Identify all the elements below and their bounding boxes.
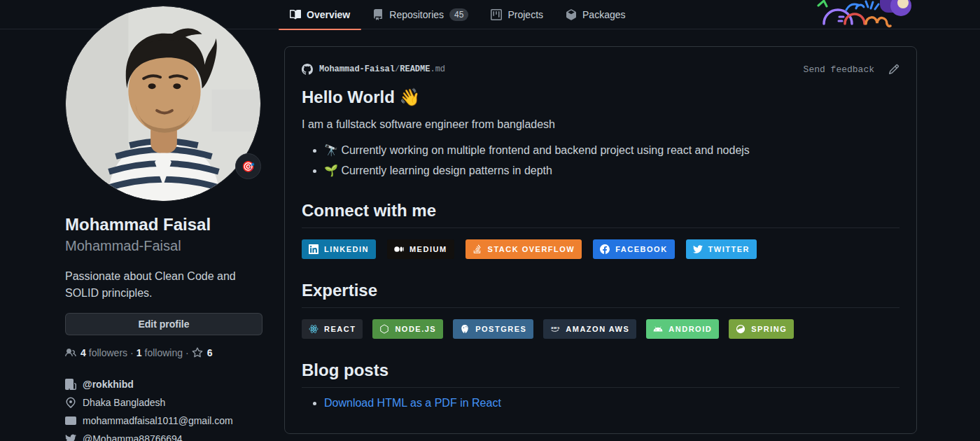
tab-repositories[interactable]: Repositories 45 bbox=[361, 0, 479, 29]
badge-label: LINKEDIN bbox=[324, 245, 369, 253]
badge-label: FACEBOOK bbox=[615, 245, 667, 253]
nodejs-badge[interactable]: NODE.JS bbox=[372, 319, 443, 339]
connect-heading: Connect with me bbox=[302, 201, 899, 228]
blog-list: Download HTML as a PDF in React bbox=[302, 395, 899, 412]
badge-label: MEDIUM bbox=[410, 245, 447, 253]
readme-owner: Mohammad-Faisal bbox=[319, 64, 395, 74]
vcard-names: Mohammad Faisal Mohammad-Faisal bbox=[65, 214, 262, 256]
avatar[interactable] bbox=[65, 6, 261, 202]
linkedin-icon bbox=[309, 244, 318, 254]
postgres-badge[interactable]: POSTGRES bbox=[453, 319, 533, 339]
medium-badge[interactable]: MEDIUM bbox=[387, 239, 454, 259]
organization-row[interactable]: @rokkhibd bbox=[65, 375, 262, 393]
twitter-icon bbox=[693, 244, 703, 254]
badge-label: STACK OVERFLOW bbox=[488, 245, 575, 253]
followers-row[interactable]: 4 followers · 1 following · 6 bbox=[65, 347, 262, 358]
readme-bullets: 🔭 Currently working on multiple frontend… bbox=[302, 142, 899, 179]
dot: · bbox=[130, 347, 134, 358]
blog-list-item: Download HTML as a PDF in React bbox=[324, 395, 899, 412]
tab-projects[interactable]: Projects bbox=[479, 0, 554, 29]
badge-label: SPRING bbox=[751, 325, 787, 333]
profile-bio: Passionate about Clean Code and SOLID pr… bbox=[65, 268, 262, 302]
tab-label: Projects bbox=[507, 9, 543, 20]
status-badge[interactable]: 🎯 bbox=[235, 153, 261, 179]
badge-label: TWITTER bbox=[708, 245, 750, 253]
expertise-badges: REACT NODE.JS POSTGRES aws AMAZON AWS AN… bbox=[302, 319, 899, 339]
location-value: Dhaka Bangladesh bbox=[83, 397, 165, 408]
twitter-row[interactable]: @Mohamma88766694 bbox=[65, 430, 262, 441]
twitter-badge[interactable]: TWITTER bbox=[686, 239, 757, 259]
followers-count: 4 bbox=[80, 347, 86, 358]
location-row: Dhaka Bangladesh bbox=[65, 393, 262, 412]
linkedin-badge[interactable]: LINKEDIN bbox=[302, 239, 376, 259]
tab-label: Overview bbox=[307, 9, 350, 20]
blog-heading: Blog posts bbox=[302, 360, 899, 388]
edit-profile-button[interactable]: Edit profile bbox=[65, 313, 262, 335]
badge-label: AMAZON AWS bbox=[566, 325, 629, 333]
android-badge[interactable]: ANDROID bbox=[646, 319, 719, 339]
postgres-icon bbox=[460, 324, 470, 334]
aws-badge[interactable]: aws AMAZON AWS bbox=[543, 319, 636, 339]
mona-doodle-decoration bbox=[817, 0, 918, 28]
profile-username: Mohammad-Faisal bbox=[65, 235, 262, 256]
readme-breadcrumb[interactable]: Mohammad-Faisal/README.md bbox=[302, 64, 445, 75]
badge-label: REACT bbox=[324, 325, 356, 333]
badge-label: POSTGRES bbox=[475, 325, 526, 333]
spring-badge[interactable]: SPRING bbox=[729, 319, 794, 339]
dot: · bbox=[186, 347, 189, 358]
package-icon bbox=[566, 9, 577, 20]
facebook-icon bbox=[600, 244, 610, 254]
connect-badges: LINKEDIN MEDIUM STACK OVERFLOW FACEBOOK … bbox=[302, 239, 899, 259]
facebook-badge[interactable]: FACEBOOK bbox=[593, 239, 674, 259]
repo-count-badge: 45 bbox=[449, 8, 468, 21]
twitter-value: @Mohamma88766694 bbox=[83, 433, 183, 441]
octocat-icon bbox=[302, 64, 313, 75]
followers-label: followers bbox=[89, 347, 127, 358]
readme-intro: I am a fullstack software engineer from … bbox=[302, 116, 899, 133]
header-avatar[interactable] bbox=[880, 0, 911, 16]
tab-packages[interactable]: Packages bbox=[554, 0, 636, 29]
react-badge[interactable]: REACT bbox=[302, 319, 363, 339]
stars-count: 6 bbox=[207, 347, 213, 358]
aws-icon: aws bbox=[550, 324, 560, 334]
twitter-icon bbox=[65, 433, 76, 441]
stackoverflow-badge[interactable]: STACK OVERFLOW bbox=[465, 239, 582, 259]
badge-label: NODE.JS bbox=[395, 325, 436, 333]
book-icon bbox=[290, 9, 301, 20]
location-icon bbox=[65, 397, 76, 408]
repo-icon bbox=[372, 9, 384, 20]
blog-post-link[interactable]: Download HTML as a PDF in React bbox=[324, 397, 501, 409]
profile-tabs: Overview Repositories 45 Projects Packag… bbox=[279, 0, 637, 29]
vcard-details: @rokkhibd Dhaka Bangladesh mohammadfaisa… bbox=[65, 375, 262, 441]
organization-value: @rokkhibd bbox=[83, 379, 134, 390]
bullet-item: 🌱 Currently learning design patterns in … bbox=[324, 162, 899, 179]
email-value: mohammadfaisal1011@gmail.com bbox=[83, 415, 233, 426]
following-count: 1 bbox=[136, 347, 142, 358]
readme-filename: README bbox=[400, 64, 430, 74]
nodejs-icon bbox=[379, 324, 389, 334]
tab-label: Packages bbox=[582, 9, 625, 20]
project-icon bbox=[491, 9, 502, 20]
profile-sidebar: 🎯 Mohammad Faisal Mohammad-Faisal Passio… bbox=[65, 6, 262, 441]
people-icon bbox=[65, 347, 76, 358]
status-emoji: 🎯 bbox=[241, 160, 255, 173]
tab-overview[interactable]: Overview bbox=[279, 0, 361, 29]
send-feedback-link[interactable]: Send feedback bbox=[804, 64, 874, 75]
mail-icon bbox=[65, 415, 76, 426]
tab-label: Repositories bbox=[389, 9, 444, 20]
readme-extension: .md bbox=[430, 64, 445, 74]
spring-icon bbox=[736, 324, 746, 334]
android-icon bbox=[653, 324, 663, 334]
react-icon bbox=[309, 324, 318, 334]
medium-icon bbox=[394, 244, 404, 254]
readme-title: Hello World 👋 bbox=[302, 88, 899, 107]
expertise-heading: Expertise bbox=[302, 281, 899, 308]
organization-icon bbox=[65, 379, 76, 390]
email-row[interactable]: mohammadfaisal1011@gmail.com bbox=[65, 412, 262, 430]
badge-label: ANDROID bbox=[668, 325, 712, 333]
edit-readme-pencil-icon[interactable] bbox=[888, 64, 899, 75]
readme-card: Mohammad-Faisal/README.md Send feedback … bbox=[284, 46, 917, 434]
star-icon bbox=[192, 347, 203, 358]
following-label: following bbox=[145, 347, 183, 358]
stackoverflow-icon bbox=[472, 244, 482, 254]
